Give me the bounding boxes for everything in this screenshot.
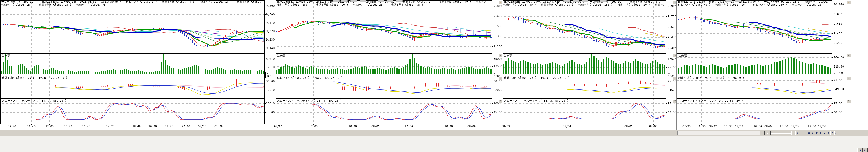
chart-toolbar-button-8[interactable]: L <box>819 131 823 135</box>
price-axis-label: 9,750 <box>668 15 676 18</box>
x-axis-label: 07/30 <box>679 125 694 128</box>
chart-panel-30min: 日経225mini 11/09( 30分, 2011/07/29 - 2011/… <box>502 0 677 129</box>
price-axis-label: 9,900 <box>668 4 676 7</box>
bottom-scrollbar-row: ▶◀＋－✛■▶DLB⊕X▶| <box>0 129 868 136</box>
price-axis-label: 9,590 <box>266 4 275 7</box>
chart-toolbar-button-3[interactable]: － <box>799 131 803 135</box>
background-window-fragment <box>735 0 741 2</box>
volume-axis-label: 115.00 <box>834 65 844 68</box>
x-axis-label: 08/03 <box>498 125 513 128</box>
x-axis-label: 08/04 <box>560 125 574 128</box>
price-axis-label: 9,500 <box>494 25 502 28</box>
macd-pane-label: 移動平均( Close, 75 ) MACD( 12, 26, 9 ) <box>504 76 569 79</box>
price-axis-label: 9,410 <box>266 21 275 24</box>
macd-axis-label: 30.00 <box>494 80 502 83</box>
volume-axis-label: 260.00 <box>834 56 844 59</box>
volume-pane-label: 出来高 <box>2 54 10 57</box>
background-window-fragment <box>396 0 403 2</box>
chart-plot-canvas[interactable] <box>275 0 502 129</box>
chart-toolbar-button-5[interactable]: ■ <box>807 131 811 135</box>
x-axis-label: 12:00 <box>42 125 57 128</box>
background-window-fragment <box>387 0 394 2</box>
background-window-fragment <box>725 0 732 2</box>
volume-pane-label: 出来高 <box>679 54 687 57</box>
chart-toolbar-button-12[interactable]: ▶| <box>834 131 838 135</box>
price-axis-label: 9,450 <box>834 32 842 35</box>
x-axis-label: 09:20 <box>5 125 19 128</box>
pane-menu-dropdown-button[interactable]: ▼ <box>847 77 851 80</box>
chart-toolbar-button-10[interactable]: ⊕ <box>827 131 831 135</box>
chart-toolbar-button-11[interactable]: X <box>830 131 835 135</box>
chart-plot-canvas[interactable] <box>502 0 677 129</box>
panel-header-line1: 一目均衡表( 9, 26, 52 ) 日経225mini 11/09( 5分, … <box>1 0 262 3</box>
panel-header-line2: 移動平均( Close, 40 ) 移動平均( Close, 10 ) 移動平均… <box>678 3 830 6</box>
scrollbar-right-arrow-button[interactable]: ▶ <box>760 131 765 135</box>
macd-pane-label: 移動平均( Close, 75 ) MACD( 12, 26, 9 ) <box>277 76 343 79</box>
chart-toolbar-button-9[interactable]: B <box>823 131 827 135</box>
macd-axis-label: 25.00 <box>668 80 676 83</box>
pane-menu-dropdown-button[interactable]: ▼ <box>847 100 851 103</box>
x-axis-label: 10:40 <box>24 125 39 128</box>
panel-header-line2: 移動平均( Close, 20 ) 移動平均( Close, 25 ) 移動平均… <box>1 3 262 6</box>
x-axis-label: 08/05 <box>368 125 383 128</box>
price-axis-label: 9,500 <box>266 13 275 16</box>
corner-nav-left-button[interactable]: ◀ <box>858 148 863 152</box>
volume-multiplier-badge: × 100 <box>265 72 275 78</box>
pane-menu-dropdown-button[interactable]: ▼ <box>847 1 851 4</box>
chart-toolbar-button-4[interactable]: ✛ <box>803 131 807 135</box>
volume-multiplier-badge: × 1000 <box>833 72 845 75</box>
price-axis-label: 9,250 <box>834 41 842 44</box>
stoch-axis-label: 40.00 <box>834 111 842 114</box>
pane-menu-dropdown-button[interactable]: ▼ <box>847 54 851 57</box>
background-window-fragment <box>563 0 570 2</box>
price-axis-label: 9,850 <box>834 12 842 15</box>
macd-axis-label: 21.00 <box>834 79 842 82</box>
price-axis-label: 9,350 <box>494 35 502 38</box>
background-window-fragment <box>582 0 588 2</box>
background-window-fragment <box>360 0 366 2</box>
volume-pane-label: 出来高 <box>277 54 285 57</box>
chart-panel-15min: 日経225mini 11/09( 15分, 2011/07/29 - 2011/… <box>275 0 502 129</box>
chart-toolbar-button-7[interactable]: D <box>815 131 819 135</box>
x-axis-label: 14:40 <box>79 125 93 128</box>
stoch-axis-label: 45.00 <box>494 111 502 114</box>
chart-panel-60min: 日経225mini 11/09( 60分, 2011/07/29 - 2011/… <box>676 0 868 129</box>
x-axis-label: 08/04 <box>761 125 776 128</box>
panel-header-line1: 日経225mini 11/09( 60分, 2011/07/29 - 2011/… <box>678 0 830 3</box>
x-axis-label: 21:20 <box>162 125 177 128</box>
x-axis-label: 08/03 <box>732 125 746 128</box>
macd-axis-label: -49.00 <box>834 87 844 90</box>
stoch-pane-label: スロー・ストキャスティクス( 14, 3, 80, 20 ) <box>277 99 342 102</box>
workspace-strip: ◀ ▶ <box>0 136 868 152</box>
price-axis-label: 9,650 <box>834 22 842 25</box>
price-axis-label: 9,230 <box>266 38 275 41</box>
stoch-axis-label: 45.00 <box>266 111 275 114</box>
price-axis-label: 9,800 <box>494 4 502 7</box>
chart-toolbar-button-6[interactable]: ▶ <box>811 131 815 135</box>
price-axis-label: 9,320 <box>266 30 275 33</box>
chart-horizontal-scrollbar-track[interactable] <box>677 131 760 135</box>
stoch-pane-label: スロー・ストキャスティクス( 14, 3, 80, 20 ) <box>2 99 66 102</box>
zoom-slider-groove[interactable] <box>767 132 790 134</box>
corner-nav-right-button[interactable]: ▶ <box>863 148 868 152</box>
background-window-fragment <box>378 0 384 2</box>
macd-pane-label: 移動平均( Close, 75 ) MACD( 12, 26, 9 ) <box>679 76 744 79</box>
background-window-fragment <box>350 0 357 2</box>
chart-plot-canvas[interactable] <box>677 0 868 129</box>
volume-axis-label: 75.00 <box>668 66 676 69</box>
macd-axis-label: 30.00 <box>266 80 275 83</box>
zoom-slider-handle[interactable] <box>768 131 771 135</box>
x-axis-label: 17:20 <box>103 125 118 128</box>
x-axis-label: 08/06 <box>815 125 829 128</box>
panel-header-line2: 移動平均( Close, 150 ) 移動平均( Close, 20 ) 移動平… <box>277 3 490 6</box>
macd-pane-label: 移動平均( Close, 75 ) MACD( 12, 26, 9 ) <box>2 76 67 79</box>
background-window-fragment <box>572 0 579 2</box>
panel-header-line2: 移動平均( Close, 40 ) 移動平均( Close, 10 ) 移動平均… <box>503 3 664 6</box>
x-axis-label: 01:20 <box>211 125 226 128</box>
chart-toolbar-button-1[interactable]: ◀ <box>792 131 796 135</box>
chart-toolbar-button-2[interactable]: ＋ <box>795 131 800 135</box>
price-axis-label: 9,650 <box>494 14 502 17</box>
x-axis-label: 08/05 <box>787 125 802 128</box>
chart-plot-canvas[interactable] <box>0 0 275 129</box>
x-axis-label: 20:00 <box>145 125 160 128</box>
